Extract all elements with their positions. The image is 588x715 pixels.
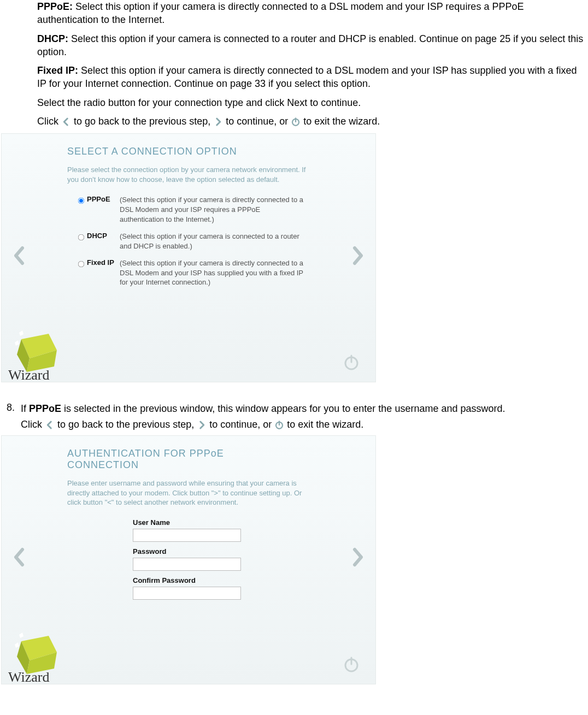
nav-hint-back: to go back to the previous step, — [74, 116, 213, 127]
dhcp-intro-label: DHCP: — [37, 33, 68, 44]
option-fixedip-desc: (Select this option if your camera is di… — [120, 258, 305, 287]
wizard-logo: Wizard — [5, 630, 62, 684]
exit-button[interactable] — [343, 353, 360, 371]
step-8: 8. If PPPoE is selected in the previous … — [7, 402, 584, 431]
confirm-password-input[interactable] — [133, 587, 241, 600]
nav-hint-1: Click to go back to the previous step, t… — [37, 115, 584, 128]
svg-marker-4 — [21, 334, 57, 358]
option-fixedip: Fixed IP (Select this option if your cam… — [75, 258, 310, 287]
wizard-auth-panel: AUTHENTICATION FOR PPPoE CONNECTION Plea… — [1, 435, 376, 684]
radio-fixedip[interactable] — [78, 261, 85, 268]
chevron-right-icon — [213, 117, 223, 127]
chevron-left-icon — [45, 420, 55, 430]
radio-pppoe[interactable] — [78, 198, 85, 204]
fixedip-intro-text: Select this option if your camera is dir… — [37, 65, 577, 89]
svg-text:Wizard: Wizard — [8, 669, 49, 684]
option-pppoe-desc: (Select this option if your camera is di… — [120, 195, 305, 224]
option-pppoe-label: PPPoE — [87, 195, 120, 203]
wizard-logo: Wizard — [5, 328, 62, 382]
svg-marker-6 — [27, 350, 57, 372]
wizard1-title: SELECT A CONNECTION OPTION — [67, 146, 310, 157]
prev-button[interactable] — [13, 547, 26, 567]
wizard-connection-panel: SELECT A CONNECTION OPTION Please select… — [1, 133, 376, 382]
svg-marker-13 — [17, 641, 30, 674]
option-dhcp: DHCP (Select this option if your camera … — [75, 232, 310, 251]
step-8-line1: If PPPoE is selected in the previous win… — [21, 402, 584, 415]
option-dhcp-desc: (Select this option if your camera is co… — [120, 232, 305, 251]
option-fixedip-label: Fixed IP — [87, 258, 120, 267]
power-icon — [274, 420, 284, 430]
pppoe-intro-label: PPPoE: — [37, 1, 73, 12]
dhcp-intro: DHCP: Select this option if your camera … — [37, 32, 584, 59]
step-8-number: 8. — [7, 402, 21, 431]
password-label: Password — [133, 547, 310, 556]
next-button[interactable] — [351, 547, 364, 567]
option-pppoe: PPPoE (Select this option if your camera… — [75, 195, 310, 224]
svg-marker-14 — [27, 652, 57, 674]
wizard1-subtitle: Please select the connection option by y… — [67, 165, 308, 184]
pppoe-intro-text: Select this option if your camera is dir… — [37, 1, 524, 25]
username-input[interactable] — [133, 529, 241, 542]
fixedip-intro-label: Fixed IP: — [37, 65, 78, 76]
svg-text:Wizard: Wizard — [8, 367, 49, 382]
nav-hint-exit: to exit the wizard. — [303, 116, 380, 127]
svg-marker-12 — [21, 636, 57, 660]
radio-hint: Select the radio button for your connect… — [37, 96, 584, 109]
wizard2-title: AUTHENTICATION FOR PPPoE CONNECTION — [67, 448, 253, 471]
nav-hint-click: Click — [37, 116, 61, 127]
dhcp-intro-text: Select this option if your camera is con… — [37, 33, 583, 57]
pppoe-intro: PPPoE: Select this option if your camera… — [37, 0, 584, 27]
fixedip-intro: Fixed IP: Select this option if your cam… — [37, 64, 584, 91]
power-icon — [291, 117, 301, 127]
chevron-left-icon — [61, 117, 71, 127]
svg-marker-5 — [17, 339, 30, 372]
password-input[interactable] — [133, 558, 241, 571]
step-8-nav-hint: Click to go back to the previous step, t… — [21, 418, 584, 431]
nav-hint-cont: to continue, or — [226, 116, 291, 127]
exit-button[interactable] — [343, 655, 360, 673]
wizard2-subtitle: Please enter username and password while… — [67, 478, 310, 507]
radio-dhcp[interactable] — [78, 234, 85, 241]
prev-button[interactable] — [13, 246, 26, 265]
chevron-right-icon — [197, 420, 207, 430]
next-button[interactable] — [351, 246, 364, 265]
username-label: User Name — [133, 518, 310, 527]
option-dhcp-label: DHCP — [87, 232, 120, 240]
confirm-password-label: Confirm Password — [133, 576, 310, 584]
